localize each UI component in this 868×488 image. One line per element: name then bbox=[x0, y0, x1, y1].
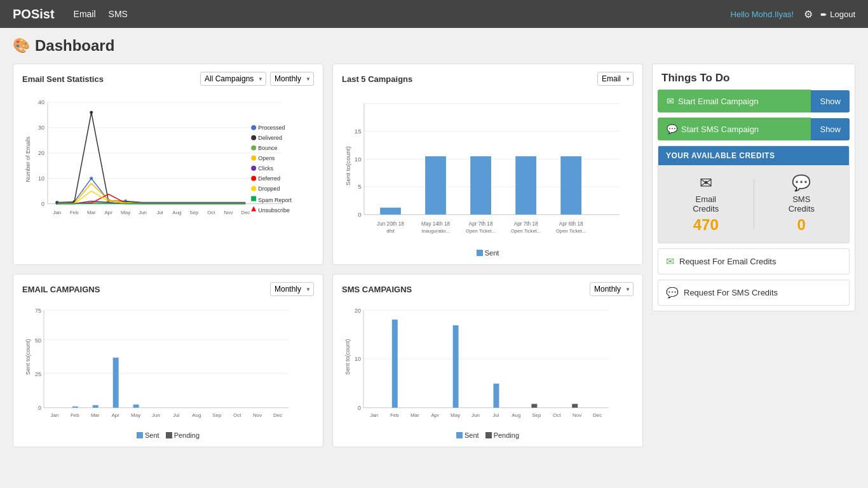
svg-point-46 bbox=[251, 186, 256, 191]
svg-text:Aug: Aug bbox=[172, 210, 181, 215]
campaign-filter-wrap: All Campaigns bbox=[200, 72, 266, 86]
legend-pending: Pending bbox=[166, 431, 200, 439]
sms-pending-color bbox=[485, 432, 492, 438]
request-email-icon: ✉ bbox=[666, 255, 674, 268]
svg-text:Processed: Processed bbox=[258, 125, 285, 131]
period-filter-select[interactable]: Monthly bbox=[270, 72, 314, 86]
svg-text:Jun: Jun bbox=[471, 412, 480, 418]
svg-text:Open Ticket...: Open Ticket... bbox=[511, 228, 541, 234]
things-to-do-card: Things To Do ✉ Start Email Campaign Show… bbox=[652, 64, 855, 311]
last5-chart: Sent to(count) 0 5 10 15 bbox=[342, 90, 634, 244]
svg-marker-50 bbox=[251, 207, 256, 212]
email-credit-icon: ✉ bbox=[700, 174, 712, 192]
email-stats-card: Email Sent Statistics All Campaigns Mont… bbox=[13, 64, 323, 265]
svg-text:Unsubscribe: Unsubscribe bbox=[258, 207, 290, 214]
email-credits-value: 470 bbox=[693, 216, 719, 234]
logout-button[interactable]: ➨ Logout bbox=[820, 10, 855, 19]
svg-text:Open Ticket...: Open Ticket... bbox=[466, 228, 496, 234]
email-stats-title: Email Sent Statistics bbox=[22, 74, 196, 84]
legend-sent: Sent bbox=[137, 431, 159, 439]
svg-text:Dec: Dec bbox=[273, 412, 282, 418]
start-sms-campaign-button[interactable]: 💬 Start SMS Campaign bbox=[658, 118, 811, 140]
svg-text:dfsf: dfsf bbox=[386, 228, 395, 234]
svg-text:Sent to(count): Sent to(count) bbox=[344, 146, 351, 186]
sms-campaigns-title: SMS CAMPAIGNS bbox=[342, 285, 586, 294]
pending-color bbox=[166, 432, 172, 438]
sms-credits-item: 💬 SMSCredits 0 bbox=[761, 174, 843, 234]
nav-sms[interactable]: SMS bbox=[109, 9, 128, 19]
page-title: 🎨 Dashboard bbox=[13, 37, 855, 55]
email-campaigns-filter-select[interactable]: Monthly bbox=[270, 282, 314, 296]
svg-text:5: 5 bbox=[358, 183, 362, 190]
svg-rect-94 bbox=[133, 405, 139, 408]
svg-text:Open Ticket...: Open Ticket... bbox=[556, 228, 586, 234]
email-stats-header: Email Sent Statistics All Campaigns Mont… bbox=[22, 72, 314, 86]
svg-text:Sent to(count): Sent to(count) bbox=[25, 339, 31, 375]
svg-text:Mar: Mar bbox=[410, 412, 419, 418]
gear-icon[interactable]: ⚙ bbox=[804, 8, 813, 20]
svg-text:Bounce: Bounce bbox=[258, 145, 277, 151]
last5-filter-select[interactable]: Email bbox=[597, 72, 634, 86]
sms-legend-pending: Pending bbox=[485, 431, 519, 439]
svg-rect-76 bbox=[560, 156, 581, 215]
svg-text:75: 75 bbox=[35, 308, 41, 314]
svg-text:0: 0 bbox=[358, 211, 362, 218]
svg-rect-64 bbox=[380, 208, 401, 215]
sms-sent-color bbox=[456, 432, 463, 438]
show-email-button[interactable]: Show bbox=[811, 90, 850, 112]
main-grid: Email Sent Statistics All Campaigns Mont… bbox=[13, 64, 855, 447]
svg-text:May 14th 18: May 14th 18 bbox=[421, 221, 451, 227]
svg-text:Jul: Jul bbox=[173, 412, 179, 418]
campaign-filter-select[interactable]: All Campaigns bbox=[200, 72, 266, 86]
email-icon: ✉ bbox=[667, 96, 674, 106]
svg-text:Aug: Aug bbox=[192, 412, 201, 418]
nav-email[interactable]: Email bbox=[74, 9, 96, 19]
bottom-row: EMAIL CAMPAIGNS Monthly Sent to(count) 0 bbox=[13, 274, 643, 447]
page-content: 🎨 Dashboard Email Sent Statistics All Ca… bbox=[0, 28, 868, 456]
svg-text:Jan: Jan bbox=[370, 412, 378, 418]
svg-text:Feb: Feb bbox=[71, 412, 79, 418]
svg-text:Deferred: Deferred bbox=[258, 175, 280, 182]
svg-point-42 bbox=[251, 166, 256, 171]
svg-text:50: 50 bbox=[35, 337, 41, 344]
svg-text:15: 15 bbox=[355, 128, 362, 135]
sms-campaigns-filter-select[interactable]: Monthly bbox=[590, 282, 634, 296]
request-email-credits-button[interactable]: ✉ Request For Email Credits bbox=[658, 248, 850, 274]
svg-rect-70 bbox=[470, 156, 491, 215]
show-sms-button[interactable]: Show bbox=[811, 118, 850, 140]
svg-text:Sep: Sep bbox=[189, 210, 199, 215]
sms-campaigns-card: SMS CAMPAIGNS Monthly Sent to(count) 0 bbox=[332, 274, 643, 447]
sms-campaigns-svg: Sent to(count) 0 10 20 bbox=[342, 300, 634, 427]
svg-text:10: 10 bbox=[355, 356, 361, 362]
start-email-row: ✉ Start Email Campaign Show bbox=[658, 90, 850, 112]
sms-icon: 💬 bbox=[667, 124, 677, 134]
svg-text:20: 20 bbox=[38, 150, 44, 156]
svg-text:Apr 6th 18: Apr 6th 18 bbox=[559, 221, 583, 227]
svg-text:Sep: Sep bbox=[532, 412, 541, 418]
svg-text:40: 40 bbox=[38, 99, 44, 105]
svg-text:May: May bbox=[131, 412, 140, 418]
svg-text:Oct: Oct bbox=[553, 412, 561, 418]
svg-rect-92 bbox=[93, 405, 98, 408]
svg-point-32 bbox=[90, 111, 93, 114]
user-greeting: Hello Mohd.Ilyas! bbox=[731, 10, 794, 19]
start-email-campaign-button[interactable]: ✉ Start Email Campaign bbox=[658, 90, 811, 112]
last5-title: Last 5 Campaigns bbox=[342, 74, 593, 84]
sent-color bbox=[137, 432, 143, 438]
top-nav: POSist Email SMS Hello Mohd.Ilyas! ⚙ ➨ L… bbox=[0, 0, 868, 28]
email-campaigns-filter-wrap: Monthly bbox=[270, 282, 314, 296]
svg-text:Jun 20th 18: Jun 20th 18 bbox=[377, 221, 404, 227]
brand-logo: POSist bbox=[13, 7, 55, 22]
request-sms-credits-button[interactable]: 💬 Request For SMS Credits bbox=[658, 280, 850, 306]
svg-rect-120 bbox=[572, 404, 578, 408]
svg-text:10: 10 bbox=[355, 156, 362, 163]
last5-legend: Sent bbox=[342, 249, 634, 257]
svg-text:Jan: Jan bbox=[53, 210, 61, 215]
sms-credit-icon: 💬 bbox=[792, 174, 811, 192]
svg-text:Apr: Apr bbox=[431, 412, 439, 418]
request-sms-row: 💬 Request For SMS Credits bbox=[658, 280, 850, 306]
svg-text:May: May bbox=[451, 412, 460, 418]
svg-text:Oct: Oct bbox=[233, 412, 241, 418]
last5-header: Last 5 Campaigns Email bbox=[342, 72, 634, 86]
svg-text:Dropped: Dropped bbox=[258, 186, 280, 192]
